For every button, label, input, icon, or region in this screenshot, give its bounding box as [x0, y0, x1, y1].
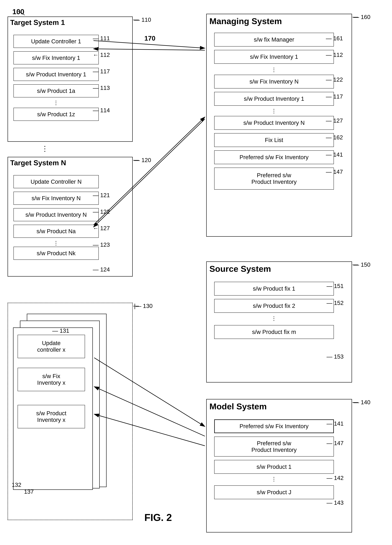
- source-system-title: Source System: [207, 262, 352, 276]
- sw-fix-manager-box: s/w fix Manager: [214, 33, 334, 47]
- preferred-sw-product-inventory-box-model: Preferred s/wProduct Inventory: [214, 437, 334, 457]
- dots-t1: ⋮: [13, 99, 99, 106]
- preferred-sw-product-inventory-label-model: Preferred s/wProduct Inventory: [250, 439, 298, 454]
- preferred-sw-product-inventory-box-ms: Preferred s/wProduct Inventory: [214, 167, 334, 190]
- sw-fix-inventory-n-label-ms: s/w Fix Inventory N: [248, 77, 300, 86]
- sw-fix-inventory-1-box-t1: s/w Fix Inventory 1: [13, 51, 99, 64]
- ref-137: 137: [24, 489, 34, 495]
- sw-product-1a-box: s/w Product 1a: [13, 84, 99, 97]
- update-controller-x-label: Updatecontroller x: [36, 339, 67, 354]
- ref-161: — 161: [326, 35, 343, 42]
- ref-112-ms: — 112: [326, 52, 343, 58]
- ref-147-model: — 147: [327, 440, 344, 446]
- ref-122-ms: — 122: [326, 76, 343, 83]
- sw-fix-inventory-1-label-ms: s/w Fix Inventory 1: [248, 53, 300, 61]
- sw-product-1z-box: s/w Product 1z: [13, 108, 99, 121]
- ref-152: — 152: [327, 300, 344, 306]
- sw-product-inventory-n-label-ms: s/w Product Inventory N: [242, 119, 306, 127]
- sw-product-inventory-x-box: s/w ProductInventory x: [18, 405, 85, 428]
- ref-123: — 123: [93, 242, 110, 248]
- sw-product-1-box-model: s/w Product 1: [214, 460, 334, 474]
- figure-label: FIG. 2: [144, 512, 172, 523]
- ref-117-t1: — 117: [93, 68, 110, 75]
- ref-127-ms: — 127: [326, 117, 343, 124]
- sw-product-inventory-n-label-tn: s/w Product Inventory N: [24, 211, 88, 219]
- ref-117-ms: — 117: [326, 93, 343, 100]
- fix-list-box-ms: Fix List: [214, 133, 334, 147]
- ref-130: |— 130: [134, 303, 153, 309]
- update-controller-1-box: Update Controller 1: [13, 35, 99, 48]
- sw-product-1z-label: s/w Product 1z: [36, 110, 77, 118]
- ref-141-ms: — 141: [326, 151, 343, 158]
- sw-product-fix-2-label: s/w Product fix 2: [251, 302, 297, 310]
- managing-system-box: Managing System s/w fix Manager s/w Fix …: [206, 14, 352, 237]
- sw-product-j-box-model: s/w Product J: [214, 485, 334, 499]
- ref-122-tn: — 122: [93, 208, 110, 215]
- ref-121: — 121: [93, 192, 110, 198]
- preferred-sw-fix-inventory-label-model: Preferred s/w Fix Inventory: [238, 422, 310, 430]
- ref-153: — 153: [327, 353, 344, 360]
- ref-151: — 151: [327, 283, 344, 289]
- dots-ms-1: ⋮: [214, 67, 334, 73]
- ref-127-tn: ← 127: [93, 225, 110, 232]
- target-system-1-title: Target System 1: [8, 17, 132, 28]
- sw-product-inventory-1-label-ms: s/w Product Inventory 1: [242, 95, 306, 103]
- ref-142: — 142: [327, 475, 344, 481]
- fix-list-label-ms: Fix List: [263, 136, 285, 144]
- update-controller-n-box: Update Controller N: [13, 175, 99, 188]
- update-controller-n-label: Update Controller N: [29, 178, 83, 186]
- ref-124: — 124: [93, 266, 110, 273]
- sw-product-fix-m-label: s/w Product fix m: [250, 328, 298, 336]
- dots-ms-2: ⋮: [214, 108, 334, 114]
- sw-product-inventory-1-box-t1: s/w Product Inventory 1: [13, 68, 99, 81]
- ref-113: — 113: [93, 85, 110, 91]
- ref-120: — 120: [134, 157, 151, 163]
- preferred-sw-fix-inventory-box-model: Preferred s/w Fix Inventory: [214, 419, 334, 433]
- sw-product-nk-box: s/w Product Nk: [13, 247, 99, 260]
- ref-131: — 131: [52, 328, 69, 334]
- preferred-sw-fix-inventory-label-ms: Preferred s/w Fix Inventory: [238, 153, 310, 161]
- ref-111: — 111: [93, 35, 110, 42]
- sw-product-inventory-n-box-ms: s/w Product Inventory N: [214, 116, 334, 130]
- preferred-sw-product-inventory-label-ms: Preferred s/wProduct Inventory: [250, 171, 298, 186]
- sw-product-j-label-model: s/w Product J: [255, 488, 293, 496]
- preferred-sw-fix-inventory-box-ms: Preferred s/w Fix Inventory: [214, 150, 334, 164]
- target-system-n-title: Target System N: [8, 157, 132, 168]
- svg-text:170: 170: [144, 35, 155, 42]
- sw-product-fix-1-label: s/w Product fix 1: [251, 285, 297, 293]
- sw-product-na-box: s/w Product Na: [13, 225, 99, 238]
- ref-112-t1: ← 112: [93, 52, 110, 58]
- sw-fix-inventory-x-label: s/w FixInventory x: [36, 372, 67, 387]
- sw-product-fix-m-box: s/w Product fix m: [214, 325, 334, 339]
- diagram-container: 100 Target System 1 Update Controller 1 …: [0, 0, 392, 545]
- ref-143: — 143: [327, 499, 344, 506]
- sw-product-inventory-1-label-t1: s/w Product Inventory 1: [24, 70, 88, 79]
- dots-ss: ⋮: [214, 315, 334, 322]
- ref-100: 100: [12, 7, 24, 16]
- sw-fix-inventory-x-box: s/w FixInventory x: [18, 368, 85, 391]
- sw-product-na-label: s/w Product Na: [35, 227, 77, 235]
- target-x-inner-box-1: Updatecontroller x s/w FixInventory x s/…: [13, 328, 93, 490]
- sw-fix-inventory-1-box-ms: s/w Fix Inventory 1: [214, 50, 334, 64]
- sw-product-fix-2-box: s/w Product fix 2: [214, 299, 334, 313]
- sw-fix-inventory-n-box-ms: s/w Fix Inventory N: [214, 75, 334, 88]
- ref-147-ms: — 147: [326, 168, 343, 175]
- update-controller-1-label: Update Controller 1: [30, 37, 83, 46]
- sw-product-inventory-n-box-tn: s/w Product Inventory N: [13, 208, 99, 221]
- ref-110: — 110: [134, 17, 151, 23]
- sw-product-fix-1-box: s/w Product fix 1: [214, 282, 334, 296]
- sw-product-1a-label: s/w Product 1a: [35, 87, 77, 95]
- model-system-box: Model System Preferred s/w Fix Inventory…: [206, 399, 352, 533]
- ref-141-model: — 141: [327, 420, 344, 427]
- sw-product-1-label-model: s/w Product 1: [255, 463, 293, 471]
- ref-114: — 114: [93, 107, 110, 114]
- model-system-title: Model System: [207, 399, 352, 413]
- sw-fix-inventory-n-label-tn: s/w Fix Inventory N: [30, 194, 82, 202]
- update-controller-x-box: Updatecontroller x: [18, 335, 85, 358]
- target-system-n-box: Target System N Update Controller N s/w …: [7, 157, 133, 277]
- managing-system-title: Managing System: [207, 14, 352, 28]
- sw-fix-manager-label: s/w fix Manager: [252, 36, 296, 44]
- source-system-box: Source System s/w Product fix 1 s/w Prod…: [206, 261, 352, 383]
- dots-between-targets: ⋮: [41, 144, 49, 153]
- ref-160: — 160: [353, 14, 370, 20]
